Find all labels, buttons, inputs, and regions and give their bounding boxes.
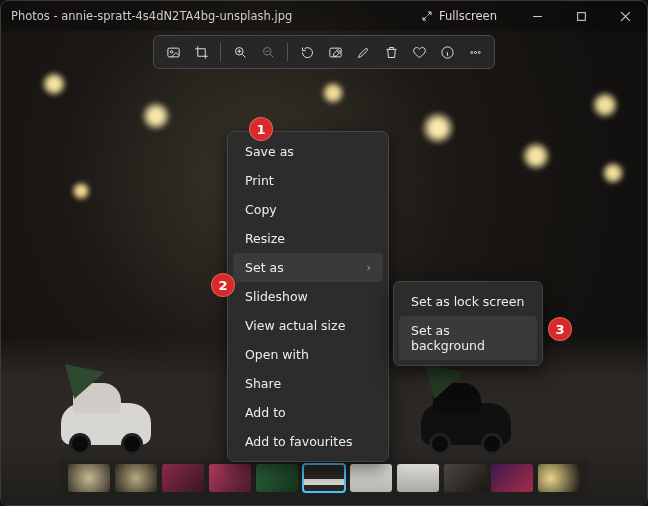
- filmstrip-thumbnail[interactable]: [397, 464, 439, 492]
- menu-item-label: Share: [245, 376, 281, 391]
- menu-item-set-as[interactable]: Set as›: [233, 253, 383, 282]
- maximize-icon: [576, 11, 587, 22]
- minimize-icon: [532, 11, 543, 22]
- filmstrip-thumbnail[interactable]: [115, 464, 157, 492]
- svg-point-2: [170, 50, 173, 53]
- rotate-icon[interactable]: [294, 40, 320, 64]
- submenu-item-label: Set as lock screen: [411, 294, 524, 309]
- close-button[interactable]: [603, 1, 647, 31]
- svg-point-8: [474, 51, 476, 53]
- menu-item-label: Print: [245, 173, 274, 188]
- filmstrip-thumbnail[interactable]: [444, 464, 486, 492]
- bokeh-light: [591, 91, 619, 119]
- menu-item-save-as[interactable]: Save as: [233, 137, 383, 166]
- bokeh-light: [421, 111, 455, 145]
- fullscreen-icon: [421, 10, 433, 22]
- svg-rect-0: [577, 12, 585, 20]
- bokeh-light: [321, 81, 345, 105]
- svg-point-7: [470, 51, 472, 53]
- photo-subject-car-white: [61, 403, 151, 445]
- window-controls: [515, 1, 647, 31]
- submenu-item-set-as-lock-screen[interactable]: Set as lock screen: [399, 287, 537, 316]
- filmstrip-thumbnail[interactable]: [256, 464, 298, 492]
- svg-point-9: [478, 51, 480, 53]
- menu-item-slideshow[interactable]: Slideshow: [233, 282, 383, 311]
- submenu-item-set-as-background[interactable]: Set as background: [399, 316, 537, 360]
- filmstrip-thumbnail[interactable]: [162, 464, 204, 492]
- bokeh-light: [41, 71, 67, 97]
- menu-item-label: Set as: [245, 260, 284, 275]
- markup-icon[interactable]: [350, 40, 376, 64]
- bokeh-light: [601, 161, 625, 185]
- image-icon[interactable]: [160, 40, 186, 64]
- photos-app-window: Photos - annie-spratt-4s4dN2TA4bg-unspla…: [0, 0, 648, 506]
- menu-item-add-to-favourites[interactable]: Add to favourites: [233, 427, 383, 456]
- minimize-button[interactable]: [515, 1, 559, 31]
- photo-toolbar: [153, 35, 495, 69]
- chevron-right-icon: ›: [367, 261, 371, 274]
- menu-item-copy[interactable]: Copy: [233, 195, 383, 224]
- menu-item-view-actual-size[interactable]: View actual size: [233, 311, 383, 340]
- callout-badge-2: 2: [211, 273, 235, 297]
- menu-item-resize[interactable]: Resize: [233, 224, 383, 253]
- favourite-icon[interactable]: [406, 40, 432, 64]
- filmstrip-thumbnail[interactable]: [68, 464, 110, 492]
- bokeh-light: [71, 181, 91, 201]
- menu-item-print[interactable]: Print: [233, 166, 383, 195]
- crop-icon[interactable]: [188, 40, 214, 64]
- app-title: Photos - annie-spratt-4s4dN2TA4bg-unspla…: [11, 9, 292, 23]
- filmstrip-thumbnail[interactable]: [491, 464, 533, 492]
- menu-item-label: Resize: [245, 231, 285, 246]
- callout-badge-1: 1: [249, 117, 273, 141]
- filmstrip-thumbnail[interactable]: [350, 464, 392, 492]
- delete-icon[interactable]: [378, 40, 404, 64]
- toolbar-separator: [220, 43, 221, 61]
- filmstrip-thumbnail[interactable]: [538, 464, 580, 492]
- menu-item-add-to[interactable]: Add to: [233, 398, 383, 427]
- context-submenu-set-as: Set as lock screenSet as background: [393, 281, 543, 366]
- menu-item-label: Add to: [245, 405, 286, 420]
- menu-item-label: Add to favourites: [245, 434, 352, 449]
- menu-item-label: Open with: [245, 347, 309, 362]
- zoom-in-icon[interactable]: [227, 40, 253, 64]
- fullscreen-button[interactable]: Fullscreen: [411, 5, 507, 27]
- filmstrip-thumbnail[interactable]: [209, 464, 251, 492]
- maximize-button[interactable]: [559, 1, 603, 31]
- menu-item-label: Save as: [245, 144, 294, 159]
- callout-badge-3: 3: [548, 317, 572, 341]
- submenu-item-label: Set as background: [411, 323, 525, 353]
- photo-subject-car-black: [421, 403, 511, 445]
- zoom-out-icon[interactable]: [255, 40, 281, 64]
- filmstrip-thumbnail[interactable]: [303, 464, 345, 492]
- titlebar: Photos - annie-spratt-4s4dN2TA4bg-unspla…: [1, 1, 647, 31]
- menu-item-open-with[interactable]: Open with: [233, 340, 383, 369]
- menu-item-share[interactable]: Share: [233, 369, 383, 398]
- info-icon[interactable]: [434, 40, 460, 64]
- menu-item-label: View actual size: [245, 318, 345, 333]
- bokeh-light: [141, 101, 171, 131]
- more-icon[interactable]: [462, 40, 488, 64]
- menu-item-label: Slideshow: [245, 289, 308, 304]
- filmstrip: [60, 459, 588, 497]
- toolbar-separator: [287, 43, 288, 61]
- menu-item-label: Copy: [245, 202, 277, 217]
- edit-image-icon[interactable]: [322, 40, 348, 64]
- fullscreen-label: Fullscreen: [439, 9, 497, 23]
- close-icon: [620, 11, 631, 22]
- context-menu: Save asPrintCopyResizeSet as›SlideshowVi…: [227, 131, 389, 462]
- bokeh-light: [521, 141, 551, 171]
